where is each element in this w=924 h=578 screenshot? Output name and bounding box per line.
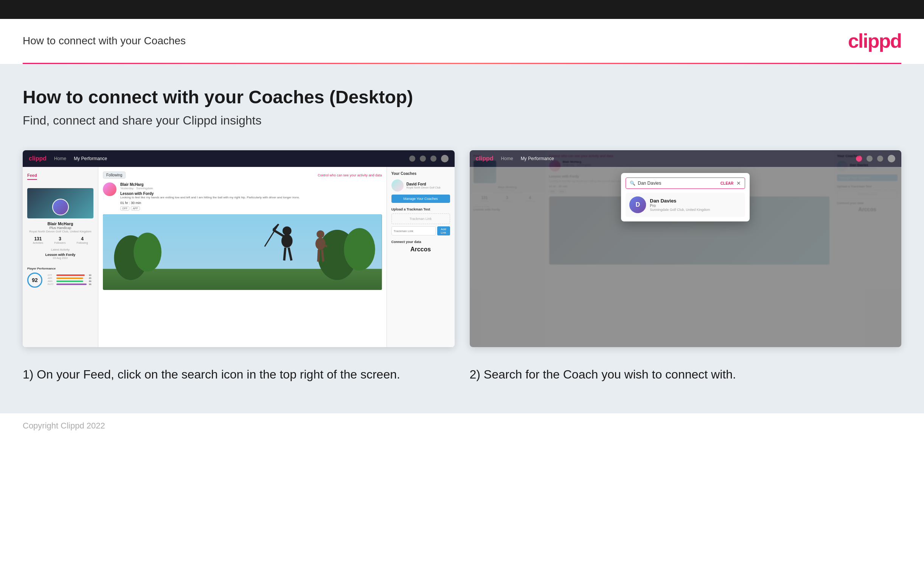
top-bar bbox=[0, 0, 924, 19]
bar-arg: ARG 86 bbox=[48, 280, 94, 283]
result-info: Dan Davies Pro Sunningdale Golf Club, Un… bbox=[650, 198, 710, 212]
close-button[interactable]: ✕ bbox=[736, 180, 741, 186]
manage-coaches-button[interactable]: Manage Your Coaches bbox=[392, 195, 450, 203]
connect-data-title: Connect your data bbox=[392, 240, 450, 244]
lesson-item: Blair McHarg Yesterday · Sunningdale Les… bbox=[103, 182, 382, 211]
user-avatar-icon[interactable] bbox=[441, 155, 448, 162]
trackman-box: Trackman Link bbox=[392, 213, 450, 224]
lesson-tags: OFF APP bbox=[120, 206, 299, 211]
activities-value: 131 bbox=[33, 236, 44, 242]
coach-info: David Ford Royal North Devon Golf Club bbox=[406, 182, 441, 189]
footer: Copyright Clippd 2022 bbox=[0, 413, 924, 438]
bar-ott: OTT 90 bbox=[48, 274, 94, 276]
latest-activity: Latest Activity Lesson with Fordy 03 Aug… bbox=[27, 248, 94, 259]
search-icon[interactable] bbox=[409, 156, 415, 162]
activity-date: 03 Aug 2022 bbox=[27, 257, 94, 259]
latest-activity-title: Latest Activity bbox=[27, 248, 94, 251]
search-box: 🔍 Dan Davies CLEAR ✕ D Dan Davies Pro bbox=[621, 173, 750, 221]
screenshot-left: clippd Home My Performance Feed bbox=[23, 150, 455, 347]
profile-stats: 131 Activities 3 Followers 4 Following bbox=[27, 236, 94, 244]
profile-handicap: Plus Handicap bbox=[27, 226, 94, 230]
add-link-button[interactable]: Add Link bbox=[437, 226, 450, 235]
lesson-avatar bbox=[103, 182, 117, 196]
mock-nav-home: Home bbox=[54, 156, 66, 161]
following-label: Following bbox=[77, 242, 88, 244]
main-heading: How to connect with your Coaches (Deskto… bbox=[23, 87, 901, 107]
bar-putt: PUTT 96 bbox=[48, 283, 94, 286]
step1-text: 1) On your Feed, click on the search ico… bbox=[23, 366, 455, 383]
following-value: 4 bbox=[77, 236, 88, 242]
lesson-coach-name: Blair McHarg bbox=[120, 182, 299, 187]
activity-name: Lesson with Fordy bbox=[27, 253, 94, 257]
mock-app-left: clippd Home My Performance Feed bbox=[23, 150, 455, 347]
step2-text: 2) Search for the Coach you wish to conn… bbox=[470, 366, 902, 383]
coach-club: Royal North Devon Golf Club bbox=[406, 186, 441, 189]
coach-item: David Ford Royal North Devon Golf Club bbox=[392, 179, 450, 192]
main-subheading: Find, connect and share your Clippd insi… bbox=[23, 114, 901, 128]
control-link[interactable]: Control who can see your activity and da… bbox=[318, 174, 382, 177]
tag-app: APP bbox=[131, 206, 140, 211]
profile-card: Blair McHarg Plus Handicap Royal North D… bbox=[27, 184, 94, 263]
following-row: Following Control who can see your activ… bbox=[103, 172, 382, 179]
svg-point-5 bbox=[344, 228, 375, 271]
profile-icon[interactable] bbox=[420, 156, 426, 162]
feed-tab[interactable]: Feed bbox=[27, 173, 37, 180]
svg-point-14 bbox=[317, 231, 325, 239]
center-panel: Following Control who can see your activ… bbox=[98, 167, 387, 347]
result-avatar: D bbox=[629, 196, 646, 213]
result-name: Dan Davies bbox=[650, 198, 710, 204]
clippd-logo: clippd bbox=[848, 29, 901, 52]
steps-row: 1) On your Feed, click on the search ico… bbox=[23, 366, 901, 383]
mock-app-body-left: Feed Blair McHarg Plus Handicap Royal No… bbox=[23, 167, 455, 347]
lesson-coach-sub: Yesterday · Sunningdale bbox=[120, 187, 299, 190]
search-value: Dan Davies bbox=[638, 180, 720, 186]
coach-avatar bbox=[392, 179, 404, 192]
search-input-row: 🔍 Dan Davies CLEAR ✕ bbox=[626, 177, 745, 189]
profile-club: Royal North Devon Golf Club, United King… bbox=[27, 230, 94, 233]
search-result[interactable]: D Dan Davies Pro Sunningdale Golf Club, … bbox=[626, 193, 745, 217]
bar-app: APP 85 bbox=[48, 277, 94, 279]
svg-line-16 bbox=[318, 250, 319, 261]
score-bars: OTT 90 APP 85 bbox=[48, 274, 94, 286]
mock-logo: clippd bbox=[29, 155, 47, 162]
followers-stat: 3 Followers bbox=[55, 236, 66, 244]
trackman-input-row: Add Link bbox=[392, 226, 450, 235]
followers-label: Followers bbox=[55, 242, 66, 244]
result-role: Pro bbox=[650, 204, 710, 208]
left-panel: Feed Blair McHarg Plus Handicap Royal No… bbox=[23, 167, 98, 347]
result-club: Sunningdale Golf Club, United Kingdom bbox=[650, 208, 710, 212]
search-icon-sm: 🔍 bbox=[630, 180, 635, 186]
arccos-logo: Arccos bbox=[392, 246, 450, 253]
following-button[interactable]: Following bbox=[103, 172, 126, 179]
settings-icon[interactable] bbox=[430, 156, 437, 162]
pp-title: Player Performance bbox=[27, 267, 94, 270]
svg-line-10 bbox=[284, 248, 285, 261]
tag-off: OFF bbox=[120, 206, 129, 211]
step1-desc: 1) On your Feed, click on the search ico… bbox=[23, 366, 455, 383]
upload-section: Upload a Trackman Test Trackman Link Add… bbox=[392, 208, 450, 235]
trackman-input[interactable] bbox=[392, 226, 436, 235]
mock-nav-left: clippd Home My Performance bbox=[23, 150, 455, 167]
step2-desc: 2) Search for the Coach you wish to conn… bbox=[470, 366, 902, 383]
followers-value: 3 bbox=[55, 236, 66, 242]
svg-line-17 bbox=[322, 250, 324, 261]
clear-button[interactable]: CLEAR bbox=[720, 181, 733, 185]
lesson-desc: Looking to feel like my hands are exitin… bbox=[120, 196, 299, 200]
lesson-content: Blair McHarg Yesterday · Sunningdale Les… bbox=[120, 182, 299, 211]
page-title: How to connect with your Coaches bbox=[23, 35, 186, 47]
mock-nav-performance: My Performance bbox=[74, 156, 107, 161]
upload-title: Upload a Trackman Test bbox=[392, 208, 450, 211]
activities-stat: 131 Activities bbox=[33, 236, 44, 244]
svg-point-3 bbox=[134, 233, 162, 272]
profile-name: Blair McHarg bbox=[27, 221, 94, 226]
lesson-duration: 01 hr : 30 min bbox=[120, 201, 299, 205]
player-performance: Player Performance 92 OTT 90 bbox=[27, 267, 94, 288]
screenshot-right: clippd Home My Performance bbox=[470, 150, 902, 347]
svg-point-7 bbox=[283, 227, 291, 236]
mock-nav-icons bbox=[409, 155, 448, 162]
right-panel: Your Coaches David Ford Royal North Devo… bbox=[387, 167, 455, 347]
score-circle: 92 bbox=[27, 273, 42, 288]
search-overlay: 🔍 Dan Davies CLEAR ✕ D Dan Davies Pro bbox=[470, 167, 902, 347]
your-coaches-title: Your Coaches bbox=[392, 172, 450, 175]
mock-app-right: clippd Home My Performance bbox=[470, 150, 902, 347]
